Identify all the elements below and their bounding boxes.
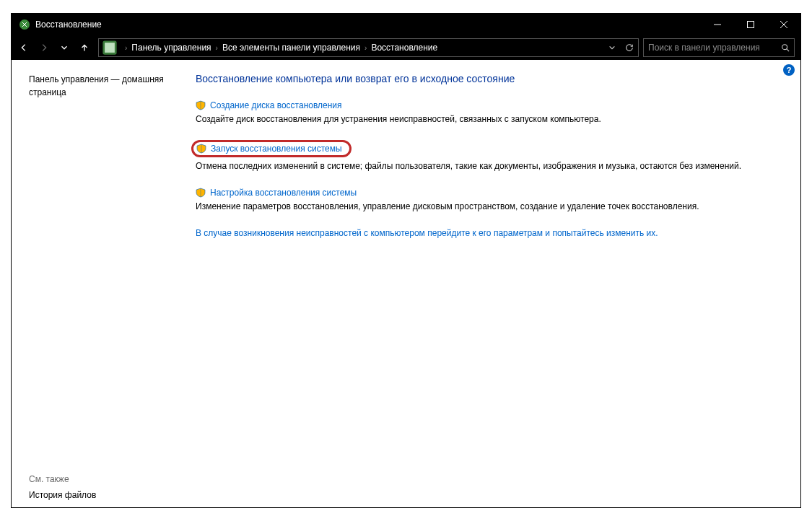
content-area: ? Панель управления — домашняя страница … [12, 60, 800, 507]
page-title: Восстановление компьютера или возврат ег… [196, 73, 764, 84]
breadcrumb-recovery[interactable]: Восстановление [371, 43, 437, 53]
breadcrumb-control-panel[interactable]: Панель управления [131, 43, 211, 53]
configure-system-restore-link[interactable]: Настройка восстановления системы [210, 188, 357, 198]
highlight-callout: Запуск восстановления системы [191, 140, 352, 157]
help-icon[interactable]: ? [783, 64, 795, 76]
search-input[interactable] [644, 43, 777, 53]
item-create-recovery-drive: Создание диска восстановления Создайте д… [196, 100, 764, 126]
recent-button[interactable] [55, 38, 74, 57]
window: Восстановление › Панель управления › Все… [11, 13, 801, 508]
shield-icon [196, 144, 206, 154]
address-bar[interactable]: › Панель управления › Все элементы панел… [98, 38, 639, 57]
svg-rect-2 [748, 22, 754, 28]
open-system-restore-link[interactable]: Запуск восстановления системы [211, 144, 342, 154]
app-icon [19, 19, 30, 30]
svg-point-7 [782, 45, 787, 50]
item-configure-system-restore: Настройка восстановления системы Изменен… [196, 188, 764, 213]
chevron-right-icon[interactable]: › [211, 44, 222, 52]
create-recovery-drive-desc: Создайте диск восстановления для устране… [196, 113, 764, 126]
forward-button[interactable] [35, 38, 53, 57]
maximize-button[interactable] [734, 14, 767, 35]
item-open-system-restore: Запуск восстановления системы Отмена пос… [196, 140, 764, 172]
minimize-button[interactable] [701, 14, 734, 35]
window-title: Восстановление [35, 19, 701, 30]
close-button[interactable] [767, 14, 800, 35]
svg-line-8 [787, 49, 789, 51]
item-go-to-settings: В случае возникновения неисправностей с … [196, 227, 764, 240]
chevron-right-icon[interactable]: › [360, 44, 371, 52]
search-box[interactable] [643, 38, 795, 57]
main-panel: Восстановление компьютера или возврат ег… [174, 60, 800, 507]
up-button[interactable] [75, 38, 94, 57]
shield-icon [196, 188, 206, 198]
go-to-settings-link[interactable]: В случае возникновения неисправностей с … [196, 228, 658, 238]
chevron-right-icon[interactable]: › [121, 44, 131, 52]
search-icon[interactable] [777, 39, 794, 56]
sidebar: Панель управления — домашняя страница См… [12, 60, 174, 507]
refresh-button[interactable] [621, 39, 638, 56]
file-history-link[interactable]: История файлов [29, 490, 167, 500]
back-button[interactable] [14, 38, 33, 57]
create-recovery-drive-link[interactable]: Создание диска восстановления [210, 100, 342, 110]
breadcrumb-all-items[interactable]: Все элементы панели управления [222, 43, 360, 53]
configure-system-restore-desc: Изменение параметров восстановления, упр… [196, 201, 764, 213]
open-system-restore-desc: Отмена последних изменений в системе; фа… [196, 160, 764, 172]
shield-icon [196, 100, 206, 110]
control-panel-icon [102, 40, 118, 56]
see-also-label: См. также [29, 474, 167, 484]
svg-rect-6 [105, 43, 115, 53]
navbar: › Панель управления › Все элементы панел… [12, 35, 800, 60]
window-controls [701, 14, 800, 35]
history-dropdown-button[interactable] [603, 39, 621, 56]
titlebar: Восстановление [12, 14, 800, 35]
control-panel-home-link[interactable]: Панель управления — домашняя страница [29, 73, 167, 99]
